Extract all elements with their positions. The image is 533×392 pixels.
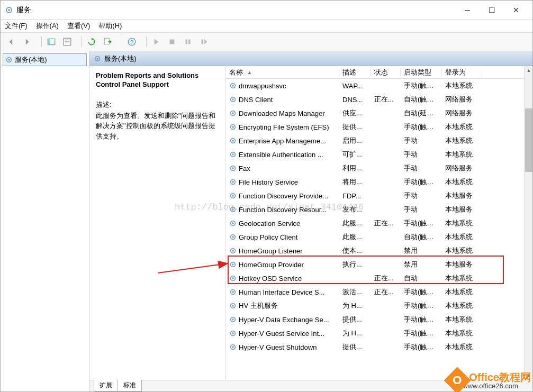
restart-service-button[interactable] <box>196 34 211 49</box>
gear-icon <box>229 316 237 323</box>
service-logon: 本地系统 <box>442 315 482 324</box>
svg-point-25 <box>232 126 234 128</box>
properties-button[interactable] <box>60 34 75 49</box>
gear-icon <box>229 110 237 117</box>
service-row[interactable]: Geolocation Service此服...正在...手动(触发...本地系… <box>226 216 532 230</box>
separator <box>142 37 147 47</box>
svg-point-41 <box>232 236 234 238</box>
sort-asc-icon: ▲ <box>247 70 252 75</box>
pause-service-button[interactable] <box>180 34 195 49</box>
separator <box>38 37 42 47</box>
show-hide-tree-button[interactable] <box>44 34 59 49</box>
menu-help[interactable]: 帮助(H) <box>98 21 122 31</box>
service-row[interactable]: dmwappushsvcWAP...手动(触发...本地系统 <box>226 79 532 93</box>
start-service-button[interactable] <box>149 34 164 49</box>
svg-point-1 <box>8 9 10 11</box>
service-row[interactable]: Fax利用...手动网络服务 <box>226 161 532 175</box>
scroll-thumb[interactable] <box>525 108 532 172</box>
gear-icon <box>229 96 237 103</box>
service-row[interactable]: Encrypting File System (EFS)提供...手动(触发..… <box>226 120 532 134</box>
content-pane: 服务(本地) Problem Reports and Solutions Con… <box>89 51 532 391</box>
export-button[interactable] <box>100 34 115 49</box>
menu-action[interactable]: 操作(A) <box>36 21 59 31</box>
svg-point-51 <box>232 305 234 307</box>
gear-icon <box>229 123 237 131</box>
service-desc: 此服... <box>339 232 371 242</box>
logo-text: Office教程网 <box>469 372 531 382</box>
service-row[interactable]: HV 主机服务为 H...手动(触发...本地系统 <box>226 299 532 313</box>
service-row[interactable]: File History Service将用...手动(触发...本地系统 <box>226 175 532 189</box>
service-row[interactable]: Hyper-V Guest Service Int...为 H...手动(触发.… <box>226 326 532 340</box>
service-name: Human Interface Device S... <box>239 288 325 296</box>
col-header-logon[interactable]: 登录为 <box>442 68 482 77</box>
service-row[interactable]: Hotkey OSD Service正在...自动本地系统 <box>226 271 532 285</box>
stop-service-button[interactable] <box>165 34 179 49</box>
service-desc: 将用... <box>339 177 371 187</box>
svg-rect-13 <box>202 40 203 44</box>
menu-file[interactable]: 文件(F) <box>5 21 28 31</box>
service-row[interactable]: Group Policy Client此服...自动(触发...本地系统 <box>226 230 532 244</box>
gear-icon <box>229 165 237 172</box>
gear-icon <box>229 137 237 144</box>
service-row[interactable]: Human Interface Device S...激活...正在...手动(… <box>226 285 532 299</box>
col-header-status[interactable]: 状态 <box>371 68 401 77</box>
service-name: Fax <box>239 165 250 172</box>
service-row[interactable]: DNS ClientDNS...正在...自动(触发...网络服务 <box>226 93 532 106</box>
tab-extended[interactable]: 扩展 <box>94 380 118 391</box>
refresh-button[interactable] <box>84 34 99 49</box>
svg-rect-10 <box>170 40 175 44</box>
service-desc: 为 H... <box>339 329 371 338</box>
forward-button[interactable] <box>20 34 34 49</box>
service-desc: FDP... <box>339 192 371 200</box>
service-row[interactable]: Function Discovery Resour...发布...手动本地服务 <box>226 203 532 216</box>
service-row[interactable]: HomeGroup Provider执行...禁用本地服务 <box>226 258 532 271</box>
col-header-desc[interactable]: 描述 <box>339 68 371 77</box>
service-row[interactable]: Enterprise App Manageme...启用...手动本地系统 <box>226 134 532 148</box>
service-name: Enterprise App Manageme... <box>239 137 326 145</box>
help-button[interactable]: ? <box>124 34 139 49</box>
service-row[interactable]: HomeGroup Listener使本...禁用本地系统 <box>226 244 532 258</box>
service-row[interactable]: Hyper-V Data Exchange Se...提供...手动(触发...… <box>226 313 532 326</box>
service-desc: 使本... <box>339 246 371 256</box>
maximize-button[interactable]: ☐ <box>480 2 504 18</box>
service-logon: 本地系统 <box>442 246 482 256</box>
back-button[interactable] <box>4 34 19 49</box>
list-body[interactable]: dmwappushsvcWAP...手动(触发...本地系统DNS Client… <box>226 79 532 380</box>
service-logon: 本地系统 <box>442 218 482 228</box>
service-desc: 此服... <box>339 218 371 228</box>
close-button[interactable]: ✕ <box>504 2 528 18</box>
service-logon: 本地服务 <box>442 191 482 200</box>
scroll-up-button[interactable]: ▲ <box>525 66 532 75</box>
service-status: 正在... <box>371 274 401 283</box>
gear-icon <box>94 55 101 62</box>
service-name: Hyper-V Data Exchange Se... <box>239 316 329 324</box>
col-header-startup[interactable]: 启动类型 <box>401 68 442 77</box>
gear-icon <box>229 82 237 89</box>
svg-rect-3 <box>48 39 50 44</box>
service-logon: 网络服务 <box>442 95 482 104</box>
window-title: 服务 <box>16 5 455 15</box>
service-logon: 本地系统 <box>442 329 482 338</box>
selected-service-name: Problem Reports and Solutions Control Pa… <box>96 71 219 89</box>
tab-standard[interactable]: 标准 <box>118 380 142 391</box>
gear-icon <box>229 302 237 309</box>
svg-point-37 <box>232 208 234 211</box>
service-startup: 手动 <box>401 136 442 145</box>
service-startup: 手动(触发... <box>401 177 442 187</box>
tree-pane: 服务(本地) <box>1 51 89 391</box>
separator <box>118 37 122 47</box>
service-row[interactable]: Hyper-V Guest Shutdown提供...手动(触发...本地系统 <box>226 340 532 354</box>
svg-text:?: ? <box>130 39 133 45</box>
col-header-name[interactable]: 名称▲ <box>226 68 339 77</box>
menu-view[interactable]: 查看(V) <box>67 21 90 31</box>
gear-icon <box>229 233 237 241</box>
minimize-button[interactable]: ─ <box>455 2 480 18</box>
tree-root-services[interactable]: 服务(本地) <box>3 53 87 66</box>
service-startup: 自动 <box>401 274 442 283</box>
service-logon: 本地系统 <box>442 150 482 159</box>
vertical-scrollbar[interactable]: ▲ ▼ <box>524 66 532 380</box>
service-row[interactable]: Extensible Authentication ...可扩...手动本地系统 <box>226 148 532 161</box>
service-row[interactable]: Downloaded Maps Manager供应...自动(延迟...网络服务 <box>226 106 532 120</box>
service-startup: 自动(触发... <box>401 95 442 104</box>
service-row[interactable]: Function Discovery Provide...FDP...手动本地服… <box>226 189 532 203</box>
